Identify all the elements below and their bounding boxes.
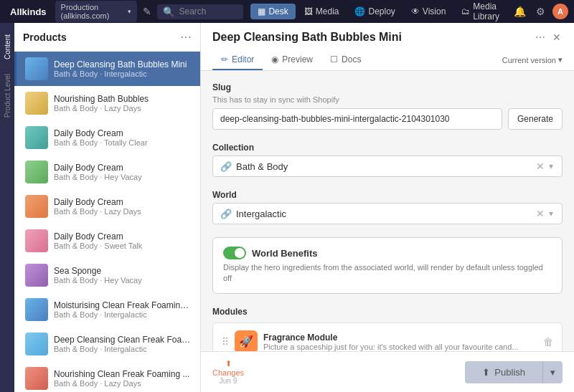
list-item[interactable]: Nourishing Bath Bubbles Bath & Body · La… xyxy=(14,86,200,120)
changes-badge: ⬆ Changes Jun 9 xyxy=(212,359,244,385)
item-sub: Bath & Body · Intergalactic xyxy=(54,70,192,78)
env-selector[interactable]: Production (allkinds.com) ▾ xyxy=(55,1,138,22)
item-sub: Bath & Body · Sweet Talk xyxy=(54,242,192,250)
desk-icon: ▦ xyxy=(258,6,265,16)
item-name: Moisturising Clean Freak Foaming ... xyxy=(54,300,192,310)
item-thumbnail xyxy=(25,264,48,287)
collection-label: Collection xyxy=(212,143,563,153)
tab-docs[interactable]: ☐ Docs xyxy=(321,50,370,70)
item-info: Daily Body Cream Bath & Body · Lazy Days xyxy=(54,197,192,216)
tab-editor[interactable]: ✏ Editor xyxy=(212,50,263,70)
slug-input[interactable] xyxy=(212,108,502,130)
product-items-list: Deep Cleansing Bath Bubbles Mini Bath & … xyxy=(14,52,200,392)
nav-tab-media-library[interactable]: 🗂 Media Library xyxy=(454,0,507,24)
world-clear-icon[interactable]: ✕ xyxy=(533,208,547,219)
item-name: Daily Body Cream xyxy=(54,128,192,138)
item-sub: Bath & Body · Lazy Days xyxy=(54,379,192,388)
search-input[interactable] xyxy=(179,6,236,16)
content-header-icons: ⋯ ✕ xyxy=(534,30,563,44)
vision-icon: 👁 xyxy=(411,6,420,16)
item-thumbnail xyxy=(25,57,48,80)
item-info: Deep Cleansing Bath Bubbles Mini Bath & … xyxy=(54,59,192,78)
search-bar[interactable]: 🔍 xyxy=(157,4,243,19)
nav-tabs: ▦ Desk 🖼 Media 🌐 Deploy 👁 Vision 🗂 Media… xyxy=(250,0,507,24)
main-layout: Content Product Level Products ⋯ Deep Cl… xyxy=(0,23,574,392)
publish-upload-icon: ⬆ xyxy=(482,367,490,378)
item-info: Nourishing Clean Freak Foaming ... Bath … xyxy=(54,369,192,388)
item-info: Daily Body Cream Bath & Body · Hey Vacay xyxy=(54,163,192,181)
item-name: Daily Body Cream xyxy=(54,163,192,173)
world-benefits-toggle[interactable] xyxy=(223,247,246,259)
notification-icon[interactable]: 🔔 xyxy=(511,4,529,19)
product-list-header: Products ⋯ xyxy=(14,23,200,52)
item-sub: Bath & Body · Hey Vacay xyxy=(54,173,192,181)
content-menu-icon[interactable]: ⋯ xyxy=(534,30,547,44)
settings-icon[interactable]: ⚙ xyxy=(533,4,548,19)
version-badge[interactable]: Current version ▾ xyxy=(502,55,563,70)
item-info: Nourishing Bath Bubbles Bath & Body · La… xyxy=(54,94,192,113)
tab-preview[interactable]: ◉ Preview xyxy=(263,50,321,70)
drag-handle-icon[interactable]: ⠿ xyxy=(222,336,229,348)
content-body: Slug This has to stay in sync with Shopi… xyxy=(201,71,574,351)
world-chevron-icon[interactable]: ▾ xyxy=(547,209,555,219)
world-select[interactable]: 🔗 Intergalactic ✕ ▾ xyxy=(212,203,563,224)
item-name: Daily Body Cream xyxy=(54,197,192,207)
product-list-panel: Products ⋯ Deep Cleansing Bath Bubbles M… xyxy=(14,23,201,392)
world-benefits-desc: Display the hero ingredients from the as… xyxy=(223,262,552,285)
brand-logo: Allkinds xyxy=(6,6,51,17)
module-item-fragrance: ⠿ 🚀 Fragrance Module Picture a spaceship… xyxy=(212,322,563,351)
list-item[interactable]: Nourishing Clean Freak Foaming ... Bath … xyxy=(14,361,200,392)
collection-chevron-icon[interactable]: ▾ xyxy=(547,161,555,171)
list-item[interactable]: Daily Body Cream Bath & Body · Sweet Tal… xyxy=(14,224,200,258)
item-info: Deep Cleansing Clean Freak Foam... Bath … xyxy=(54,335,192,353)
publish-button[interactable]: ⬆ Publish xyxy=(465,361,542,383)
deploy-icon: 🌐 xyxy=(354,6,365,16)
list-item[interactable]: Daily Body Cream Bath & Body · Lazy Days xyxy=(14,189,200,224)
list-item[interactable]: Deep Cleansing Clean Freak Foam... Bath … xyxy=(14,327,200,361)
slug-hint: This has to stay in sync with Shopify xyxy=(212,95,563,104)
vtab-content[interactable]: Content xyxy=(1,29,14,65)
collection-clear-icon[interactable]: ✕ xyxy=(533,161,547,172)
collection-select[interactable]: 🔗 Bath & Body ✕ ▾ xyxy=(212,156,563,177)
item-name: Sea Sponge xyxy=(54,266,192,276)
nav-tab-vision[interactable]: 👁 Vision xyxy=(404,4,453,19)
slug-label: Slug xyxy=(212,82,563,92)
list-item[interactable]: Moisturising Clean Freak Foaming ... Bat… xyxy=(14,292,200,327)
generate-button[interactable]: Generate xyxy=(508,108,563,130)
vtab-product-level[interactable]: Product Level xyxy=(1,68,14,123)
item-name: Deep Cleansing Clean Freak Foam... xyxy=(54,335,192,345)
fragrance-module-delete-icon[interactable]: 🗑 xyxy=(543,336,553,348)
collection-section: Collection 🔗 Bath & Body ✕ ▾ xyxy=(212,143,563,177)
world-benefits-section: World Benefits Display the hero ingredie… xyxy=(212,237,563,294)
list-item[interactable]: Daily Body Cream Bath & Body · Hey Vacay xyxy=(14,155,200,189)
changes-label: Changes xyxy=(212,368,244,377)
edit-icon[interactable]: ✎ xyxy=(141,4,153,19)
nav-tab-desk[interactable]: ▦ Desk xyxy=(250,4,295,19)
content-title: Deep Cleansing Bath Bubbles Mini xyxy=(212,31,402,44)
list-item[interactable]: Sea Sponge Bath & Body · Hey Vacay xyxy=(14,258,200,292)
product-list-menu-icon[interactable]: ⋯ xyxy=(180,30,192,44)
nav-tab-deploy[interactable]: 🌐 Deploy xyxy=(347,4,402,19)
version-chevron-icon: ▾ xyxy=(558,55,563,64)
fragrance-module-info: Fragrance Module Picture a spaceship jus… xyxy=(263,333,537,351)
docs-icon: ☐ xyxy=(330,54,338,64)
content-header: Deep Cleansing Bath Bubbles Mini ⋯ ✕ ✏ E… xyxy=(201,23,574,71)
avatar[interactable]: A xyxy=(552,4,568,19)
slug-row: Generate xyxy=(212,108,563,130)
collection-value: Bath & Body xyxy=(236,161,533,172)
content-tabs: ✏ Editor ◉ Preview ☐ Docs xyxy=(212,50,370,70)
collection-link-icon: 🔗 xyxy=(220,161,232,172)
content-close-icon[interactable]: ✕ xyxy=(551,30,563,44)
list-item[interactable]: Daily Body Cream Bath & Body · Totally C… xyxy=(14,120,200,155)
item-info: Moisturising Clean Freak Foaming ... Bat… xyxy=(54,300,192,319)
list-item[interactable]: Deep Cleansing Bath Bubbles Mini Bath & … xyxy=(14,52,200,86)
product-list-title: Products xyxy=(23,32,67,43)
publish-chevron-button[interactable]: ▾ xyxy=(542,361,563,383)
item-info: Daily Body Cream Bath & Body · Totally C… xyxy=(54,128,192,147)
world-label: World xyxy=(212,190,563,200)
nav-tab-media[interactable]: 🖼 Media xyxy=(297,4,347,19)
item-thumbnail xyxy=(25,195,48,218)
publish-group: ⬆ Publish ▾ xyxy=(465,361,563,383)
media-icon: 🖼 xyxy=(304,6,313,16)
world-value: Intergalactic xyxy=(236,209,533,219)
